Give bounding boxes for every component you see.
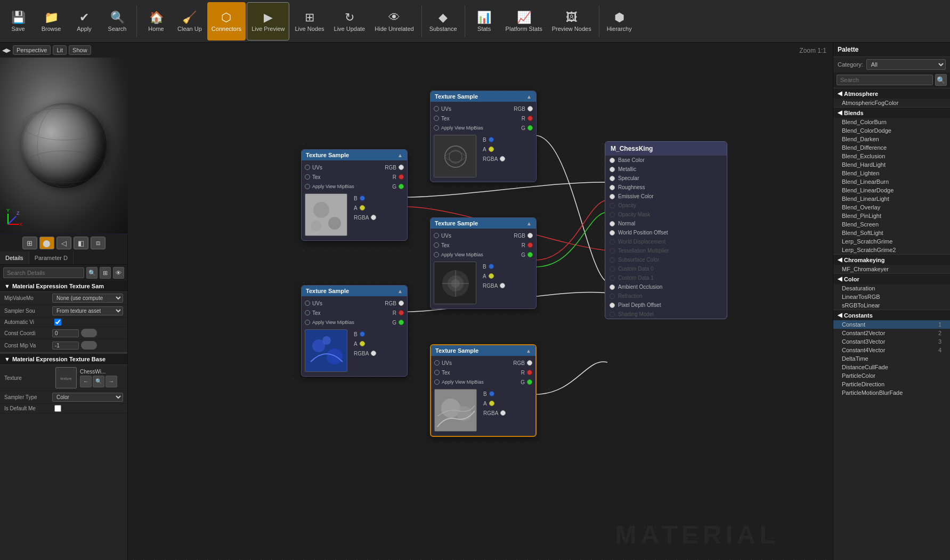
mat-specular-pin[interactable] [610, 176, 615, 181]
sphere-view-btn[interactable]: ⬤ [39, 237, 54, 249]
palette-item-blend-screen[interactable]: Blend_Screen [833, 220, 950, 229]
perspective-button[interactable]: Perspective [13, 45, 51, 55]
palette-item-particledirection[interactable]: ParticleDirection [833, 380, 950, 388]
palette-item-constant[interactable]: Constant1 [833, 320, 950, 329]
ts1-g-pin[interactable] [399, 184, 404, 189]
ts1-a-pin[interactable] [360, 205, 365, 210]
palette-item-distancecullfade[interactable]: DistanceCullFade [833, 363, 950, 371]
texture-sample-node-4[interactable]: Texture Sample ▲ UVs RGB Tex R Apply Vie… [430, 344, 537, 437]
ts1-rgba-pin[interactable] [371, 215, 376, 220]
mat-normal-pin[interactable] [610, 221, 615, 226]
mat-emissive-pin[interactable] [610, 194, 615, 199]
palette-item-blend-linearlight[interactable]: Blend_LinearLight [833, 194, 950, 203]
section-mat-base[interactable]: ▼ Material Expression Texture Base [0, 352, 127, 365]
prop-constcoordi-slider[interactable] [81, 329, 97, 337]
material-node[interactable]: M_ChessKing Base Color Metallic Specular… [605, 141, 727, 319]
prop-automaticvi-checkbox[interactable] [54, 319, 61, 326]
ts5-g-pin[interactable] [399, 320, 404, 325]
palette-item-blend-lineardodge[interactable]: Blend_LinearDodge [833, 186, 950, 194]
palette-category-select[interactable]: All [866, 59, 946, 70]
tex-nav-next[interactable]: → [105, 376, 117, 387]
substance-button[interactable]: ◆ Substance [425, 2, 461, 40]
palette-item-particlemotionblurfade[interactable]: ParticleMotionBlurFade [833, 388, 950, 397]
camera-view-btn[interactable]: ⧈ [91, 237, 105, 249]
browse-button[interactable]: 📁 Browse [35, 2, 67, 40]
ts1-b-pin[interactable] [360, 196, 365, 201]
mat-pdo-pin[interactable] [610, 303, 615, 308]
palette-item-atmosphericfogcolor[interactable]: AtmosphericFogColor [833, 99, 950, 107]
ts2-uvs-pin[interactable] [434, 106, 439, 111]
palette-item-blend-difference[interactable]: Blend_Difference [833, 143, 950, 152]
ts4-rgb-pin[interactable] [527, 360, 532, 366]
prop-constmipva-input[interactable] [52, 342, 79, 350]
ts2-rgba-pin[interactable] [500, 156, 505, 161]
section-mat-expr[interactable]: ▼ Material Expression Texture Sam [0, 281, 127, 292]
palette-item-constant2vector[interactable]: Constant2Vector2 [833, 329, 950, 337]
ts4-tex-pin[interactable] [434, 370, 440, 375]
ts4-g-pin[interactable] [527, 379, 532, 385]
palette-item-blend-lighten[interactable]: Blend_Lighten [833, 169, 950, 177]
ts3-tex-pin[interactable] [434, 242, 439, 248]
texture-sample-node-3[interactable]: Texture Sample ▲ UVs RGB Tex R Apply Vie… [430, 217, 537, 309]
apply-button[interactable]: ✔ Apply [68, 2, 100, 40]
palette-item-blend-colordodge[interactable]: Blend_ColorDodge [833, 126, 950, 135]
details-eye-btn[interactable]: 👁 [113, 267, 124, 279]
ts2-g-pin[interactable] [527, 125, 533, 131]
palette-item-blend-softlight[interactable]: Blend_SoftLight [833, 229, 950, 237]
prop-mipvaluemode-select[interactable]: None (use compute [52, 294, 123, 303]
ts5-mip-pin[interactable] [305, 320, 310, 325]
ts1-rgb-pin[interactable] [399, 165, 404, 170]
ts5-b-pin[interactable] [360, 331, 365, 337]
platformstats-button[interactable]: 📈 Platform Stats [501, 2, 547, 40]
tex-search-btn[interactable]: 🔍 [93, 376, 104, 387]
ts3-g-pin[interactable] [527, 252, 533, 257]
ts5-rgb-pin[interactable] [399, 301, 404, 306]
livenodes-button[interactable]: ⊞ Live Nodes [290, 2, 328, 40]
ts4-b-pin[interactable] [489, 391, 494, 396]
ts5-r-pin[interactable] [399, 310, 404, 315]
previewnodes-button[interactable]: 🖼 Preview Nodes [548, 2, 596, 40]
show-button[interactable]: Show [69, 45, 91, 55]
palette-item-lineartosrgb[interactable]: LinearTosRGB [833, 293, 950, 301]
details-grid-btn[interactable]: ⊞ [100, 267, 111, 279]
ts3-a-pin[interactable] [489, 273, 494, 279]
details-search-input[interactable] [3, 267, 84, 278]
palette-item-blend-exclusion[interactable]: Blend_Exclusion [833, 152, 950, 160]
ts1-r-pin[interactable] [399, 174, 404, 180]
livepreview-button[interactable]: ▶ Live Preview [247, 2, 289, 40]
ts5-rgba-pin[interactable] [371, 351, 376, 356]
palette-section-color[interactable]: ◀ Color [833, 273, 950, 284]
ts1-tex-pin-in[interactable] [305, 174, 310, 180]
search-button[interactable]: 🔍 Search [101, 2, 133, 40]
ts2-tex-pin[interactable] [434, 116, 439, 121]
palette-search-btn[interactable]: 🔍 [935, 74, 947, 86]
palette-section-atmosphere[interactable]: ◀ Atmosphere [833, 88, 950, 99]
palette-item-blend-pinlight[interactable]: Blend_PinLight [833, 212, 950, 220]
ts5-uvs-pin[interactable] [305, 301, 310, 306]
mat-ao-pin[interactable] [610, 285, 615, 290]
mat-metallic-pin[interactable] [610, 167, 615, 172]
ts4-a-pin[interactable] [489, 401, 494, 406]
ts4-mip-pin[interactable] [434, 379, 440, 385]
sampler-type-select[interactable]: Color [52, 393, 123, 402]
ts3-uvs-pin[interactable] [434, 233, 439, 238]
palette-item-blend-hardlight[interactable]: Blend_HardLight [833, 160, 950, 169]
palette-item-constant4vector[interactable]: Constant4Vector4 [833, 346, 950, 354]
hierarchy-button[interactable]: ⬢ Hierarchy [603, 2, 636, 40]
palette-search-input[interactable] [837, 75, 933, 85]
ts3-rgb-pin[interactable] [527, 233, 533, 238]
lit-button[interactable]: Lit [53, 45, 67, 55]
ts1-uvs-pin-in[interactable] [305, 165, 310, 170]
cube-view-btn[interactable]: ◧ [74, 237, 88, 249]
mat-roughness-pin[interactable] [610, 185, 615, 190]
details-search-btn[interactable]: 🔍 [86, 267, 98, 279]
palette-item-mf-chromakeyer[interactable]: MF_Chromakeyer [833, 265, 950, 273]
ts3-rgba-pin[interactable] [500, 283, 505, 288]
flat-view-btn[interactable]: ◁ [56, 237, 71, 249]
palette-item-srgbtolinear[interactable]: sRGBToLinear [833, 301, 950, 310]
palette-section-blends[interactable]: ◀ Blends [833, 107, 950, 118]
ts2-r-pin[interactable] [527, 116, 533, 121]
palette-item-lerp-scratchgrime2[interactable]: Lerp_ScratchGrime2 [833, 246, 950, 254]
palette-item-blend-overlay[interactable]: Blend_Overlay [833, 203, 950, 212]
cleanup-button[interactable]: 🧹 Clean Up [173, 2, 206, 40]
